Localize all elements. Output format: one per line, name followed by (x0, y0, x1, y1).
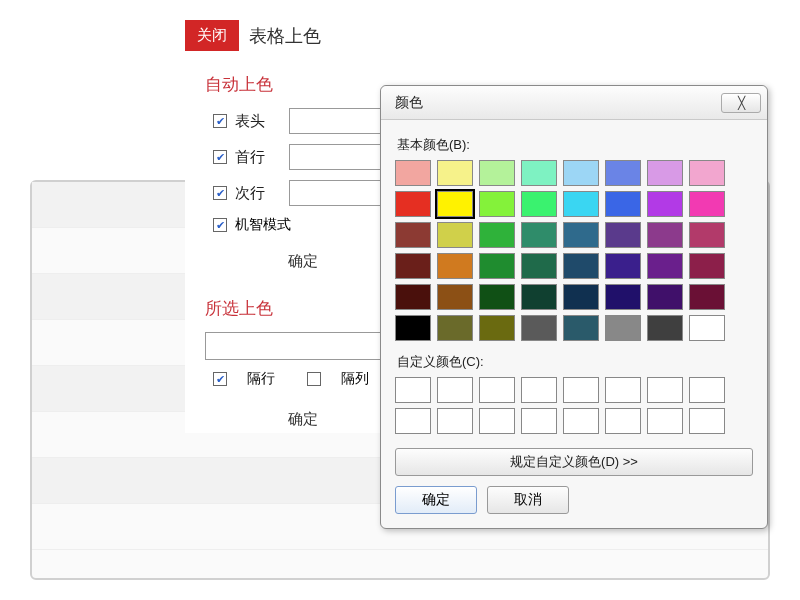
custom-color-grid (395, 377, 753, 434)
custom-color-slot[interactable] (479, 408, 515, 434)
color-swatch[interactable] (647, 222, 683, 248)
color-swatch[interactable] (479, 253, 515, 279)
custom-color-slot[interactable] (395, 377, 431, 403)
dialog-titlebar[interactable]: 颜色 ╳ (381, 86, 767, 120)
color-swatch[interactable] (605, 315, 641, 341)
custom-color-slot[interactable] (647, 408, 683, 434)
color-swatch[interactable] (437, 160, 473, 186)
custom-color-slot[interactable] (521, 408, 557, 434)
color-swatch[interactable] (605, 160, 641, 186)
close-button[interactable]: 关闭 (185, 20, 239, 51)
custom-color-slot[interactable] (605, 377, 641, 403)
custom-color-slot[interactable] (689, 377, 725, 403)
color-swatch[interactable] (521, 284, 557, 310)
color-swatch[interactable] (479, 191, 515, 217)
cancel-button[interactable]: 取消 (487, 486, 569, 514)
color-swatch[interactable] (647, 191, 683, 217)
color-swatch[interactable] (521, 160, 557, 186)
custom-color-slot[interactable] (437, 408, 473, 434)
define-custom-button[interactable]: 规定自定义颜色(D) >> (395, 448, 753, 476)
color-swatch[interactable] (563, 160, 599, 186)
custom-color-slot[interactable] (395, 408, 431, 434)
color-swatch[interactable] (521, 222, 557, 248)
checkbox-alt-col[interactable] (307, 372, 321, 386)
color-swatch[interactable] (689, 253, 725, 279)
color-swatch[interactable] (437, 315, 473, 341)
checkbox-smart[interactable] (213, 218, 227, 232)
color-swatch[interactable] (395, 284, 431, 310)
color-swatch[interactable] (563, 253, 599, 279)
custom-color-slot[interactable] (563, 408, 599, 434)
label-second-row: 次行 (235, 184, 285, 203)
close-icon[interactable]: ╳ (721, 93, 761, 113)
label-first-row: 首行 (235, 148, 285, 167)
panel-title: 表格上色 (249, 24, 321, 48)
color-swatch[interactable] (395, 253, 431, 279)
color-swatch[interactable] (605, 284, 641, 310)
color-swatch[interactable] (479, 284, 515, 310)
color-swatch[interactable] (395, 191, 431, 217)
color-swatch[interactable] (521, 315, 557, 341)
color-swatch[interactable] (437, 253, 473, 279)
color-swatch[interactable] (689, 160, 725, 186)
color-swatch[interactable] (437, 284, 473, 310)
color-swatch[interactable] (563, 191, 599, 217)
basic-colors-label: 基本颜色(B): (397, 136, 753, 154)
color-swatch[interactable] (605, 253, 641, 279)
color-swatch[interactable] (563, 315, 599, 341)
color-swatch[interactable] (479, 222, 515, 248)
color-swatch[interactable] (437, 222, 473, 248)
confirm-auto-button[interactable]: 确定 (288, 248, 318, 275)
label-alt-row: 隔行 (247, 370, 275, 388)
label-smart: 机智模式 (235, 216, 291, 234)
ok-button[interactable]: 确定 (395, 486, 477, 514)
color-swatch[interactable] (647, 284, 683, 310)
custom-color-slot[interactable] (521, 377, 557, 403)
color-swatch[interactable] (647, 315, 683, 341)
custom-color-slot[interactable] (563, 377, 599, 403)
color-swatch[interactable] (437, 191, 473, 217)
color-swatch[interactable] (605, 191, 641, 217)
color-dialog: 颜色 ╳ 基本颜色(B): 自定义颜色(C): 规定自定义颜色(D) >> 确定… (380, 85, 768, 529)
color-swatch[interactable] (563, 222, 599, 248)
color-swatch[interactable] (647, 160, 683, 186)
confirm-selected-button[interactable]: 确定 (288, 406, 318, 433)
color-swatch[interactable] (689, 315, 725, 341)
checkbox-header[interactable] (213, 114, 227, 128)
color-swatch[interactable] (605, 222, 641, 248)
color-swatch[interactable] (479, 315, 515, 341)
color-swatch[interactable] (689, 284, 725, 310)
color-swatch[interactable] (395, 160, 431, 186)
color-swatch[interactable] (521, 191, 557, 217)
basic-color-grid (395, 160, 753, 341)
label-alt-col: 隔列 (341, 370, 369, 388)
dialog-title: 颜色 (395, 94, 423, 112)
checkbox-first-row[interactable] (213, 150, 227, 164)
color-swatch[interactable] (689, 222, 725, 248)
checkbox-second-row[interactable] (213, 186, 227, 200)
color-swatch[interactable] (563, 284, 599, 310)
color-swatch[interactable] (395, 222, 431, 248)
custom-color-slot[interactable] (689, 408, 725, 434)
custom-color-slot[interactable] (605, 408, 641, 434)
color-swatch[interactable] (647, 253, 683, 279)
label-header: 表头 (235, 112, 285, 131)
checkbox-alt-row[interactable] (213, 372, 227, 386)
color-swatch[interactable] (395, 315, 431, 341)
custom-color-slot[interactable] (479, 377, 515, 403)
custom-color-slot[interactable] (437, 377, 473, 403)
color-swatch[interactable] (521, 253, 557, 279)
color-swatch[interactable] (479, 160, 515, 186)
custom-color-slot[interactable] (647, 377, 683, 403)
custom-colors-label: 自定义颜色(C): (397, 353, 753, 371)
color-swatch[interactable] (689, 191, 725, 217)
